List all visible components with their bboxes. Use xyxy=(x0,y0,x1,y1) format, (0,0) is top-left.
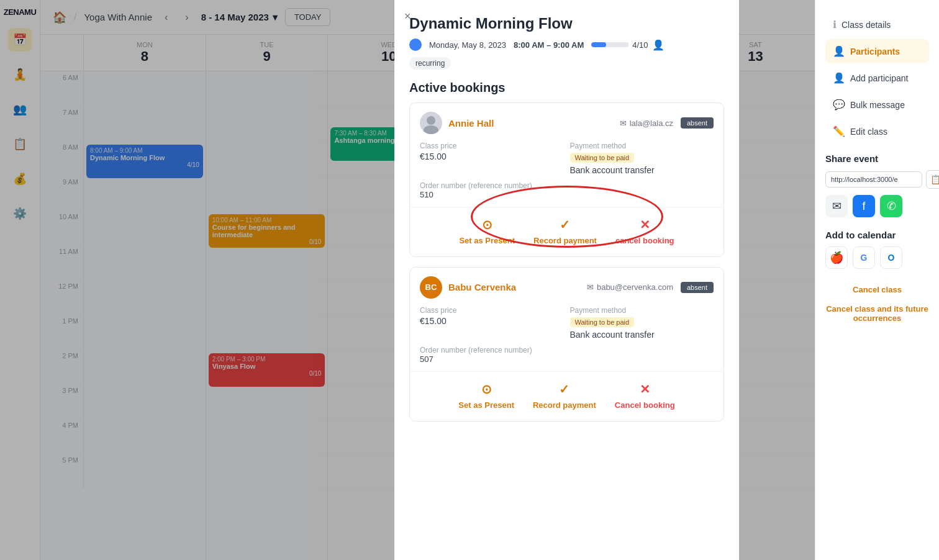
booking-card-annie: Annie Hall ✉ lala@lala.cz absent Class p… xyxy=(409,102,724,257)
class-color-dot xyxy=(409,38,422,51)
modal-overlay: × Dynamic Morning Flow Monday, May 8, 20… xyxy=(0,0,939,560)
participant-email-annie: ✉ lala@lala.cz xyxy=(620,119,673,128)
booking-header-annie: Annie Hall ✉ lala@lala.cz absent xyxy=(410,103,724,134)
bulk-message-label: Bulk message xyxy=(850,100,905,110)
calendar-title: Add to calendar xyxy=(825,230,929,240)
email-icon-babu: ✉ xyxy=(587,282,594,292)
set-present-label-babu: Set as Present xyxy=(458,400,514,411)
x-icon-babu: ✕ xyxy=(640,382,650,397)
copy-url-button[interactable]: 📋 xyxy=(926,170,939,189)
right-panel-class-details[interactable]: ℹ Class details xyxy=(825,12,929,37)
payment-status-badge-babu: Waiting to be paid xyxy=(570,317,635,327)
share-section: Share event 📋 ✉ f ✆ xyxy=(825,153,929,227)
booking-actions-annie: ⊙ Set as Present ✓ Record payment ✕ canc… xyxy=(410,207,724,256)
message-icon: 💬 xyxy=(833,99,845,111)
share-icons: ✉ f ✆ xyxy=(825,195,929,217)
edit-class-label: Edit class xyxy=(850,127,887,137)
email-text-annie: lala@lala.cz xyxy=(630,119,673,128)
record-payment-button-babu[interactable]: ✓ Record payment xyxy=(533,382,596,411)
class-meta: Monday, May 8, 2023 8:00 AM – 9:00 AM 4/… xyxy=(409,38,724,51)
cancel-booking-button-babu[interactable]: ✕ Cancel booking xyxy=(615,382,675,411)
add-participant-icon: 👤 xyxy=(833,72,845,84)
set-present-button-annie[interactable]: ⊙ Set as Present xyxy=(459,217,515,246)
cancel-booking-button-annie[interactable]: ✕ cancel booking xyxy=(615,217,674,246)
booking-details-babu: Class price €15.00 Payment method Waitin… xyxy=(410,299,724,371)
participant-email-babu: ✉ babu@cervenka.com xyxy=(587,282,673,292)
booking-card-babu: BC Babu Cervenka ✉ babu@cervenka.com abs… xyxy=(409,267,724,422)
capacity-text: 4/10 xyxy=(632,40,648,50)
class-title: Dynamic Morning Flow xyxy=(409,15,724,32)
absent-badge-annie: absent xyxy=(681,117,714,129)
calendar-icons: 🍎 G O xyxy=(825,246,929,269)
right-panel: ℹ Class details 👤 Participants 👤 Add par… xyxy=(815,0,939,560)
booking-header-babu: BC Babu Cervenka ✉ babu@cervenka.com abs… xyxy=(410,268,724,299)
svg-point-1 xyxy=(427,116,435,125)
absent-badge-babu: absent xyxy=(681,282,714,293)
participant-info-annie: Annie Hall xyxy=(420,112,494,134)
check-circle-icon: ⊙ xyxy=(482,217,492,232)
avatar-annie xyxy=(420,112,442,134)
cancel-booking-label-annie: cancel booking xyxy=(615,236,674,246)
class-time: 8:00 AM – 9:00 AM xyxy=(514,40,584,50)
active-bookings-title: Active bookings xyxy=(409,81,724,95)
set-present-button-babu[interactable]: ⊙ Set as Present xyxy=(458,382,514,411)
right-panel-edit-class[interactable]: ✏️ Edit class xyxy=(825,119,929,143)
share-email-button[interactable]: ✉ xyxy=(825,195,848,217)
x-icon: ✕ xyxy=(640,217,650,232)
record-payment-button-annie[interactable]: ✓ Record payment xyxy=(533,217,597,246)
record-payment-label-babu: Record payment xyxy=(533,400,596,411)
email-text-babu: babu@cervenka.com xyxy=(597,282,673,292)
apple-calendar-button[interactable]: 🍎 xyxy=(825,246,848,269)
add-to-calendar-section: Add to calendar 🍎 G O xyxy=(825,230,929,279)
share-url-input[interactable] xyxy=(825,171,922,187)
avatar-babu: BC xyxy=(420,276,442,299)
participant-name-annie: Annie Hall xyxy=(448,118,494,129)
payment-status-badge-annie: Waiting to be paid xyxy=(570,153,635,163)
email-icon: ✉ xyxy=(620,119,627,128)
booking-actions-babu: ⊙ Set as Present ✓ Record payment ✕ Canc… xyxy=(410,371,724,421)
share-url-row: 📋 xyxy=(825,170,929,189)
record-payment-label-annie: Record payment xyxy=(533,236,597,246)
share-whatsapp-button[interactable]: ✆ xyxy=(880,195,902,217)
share-facebook-button[interactable]: f xyxy=(853,195,875,217)
modal-panel: × Dynamic Morning Flow Monday, May 8, 20… xyxy=(394,0,739,560)
check-icon-babu: ✓ xyxy=(559,382,569,397)
participants-icon: 👤 xyxy=(833,45,845,57)
set-present-label-annie: Set as Present xyxy=(459,236,515,246)
edit-icon: ✏️ xyxy=(833,125,845,137)
participant-icon: 👤 xyxy=(652,39,665,51)
check-circle-icon-babu: ⊙ xyxy=(481,382,492,397)
add-participant-label: Add participant xyxy=(850,73,908,83)
outlook-calendar-button[interactable]: O xyxy=(880,246,902,269)
booking-details-annie: Class price €15.00 Payment method Waitin… xyxy=(410,134,724,207)
cancel-class-future-button[interactable]: Cancel class and its future occurrences xyxy=(825,300,929,327)
close-button[interactable]: × xyxy=(404,10,411,23)
participant-info-babu: BC Babu Cervenka xyxy=(420,276,516,299)
info-icon: ℹ xyxy=(833,19,837,30)
recurring-badge: recurring xyxy=(409,57,451,70)
class-details-label: Class details xyxy=(841,20,891,30)
right-panel-add-participant[interactable]: 👤 Add participant xyxy=(825,66,929,90)
cancel-class-button[interactable]: Cancel class xyxy=(825,281,929,298)
participants-label: Participants xyxy=(850,47,900,56)
cancel-booking-label-babu: Cancel booking xyxy=(615,400,675,411)
right-panel-participants[interactable]: 👤 Participants xyxy=(825,39,929,63)
check-icon: ✓ xyxy=(560,217,570,232)
class-date: Monday, May 8, 2023 xyxy=(429,40,506,50)
share-title: Share event xyxy=(825,153,929,164)
capacity-bar: 4/10 👤 xyxy=(591,39,664,51)
participant-name-babu: Babu Cervenka xyxy=(448,282,516,292)
right-panel-bulk-message[interactable]: 💬 Bulk message xyxy=(825,93,929,117)
google-calendar-button[interactable]: G xyxy=(853,246,875,269)
